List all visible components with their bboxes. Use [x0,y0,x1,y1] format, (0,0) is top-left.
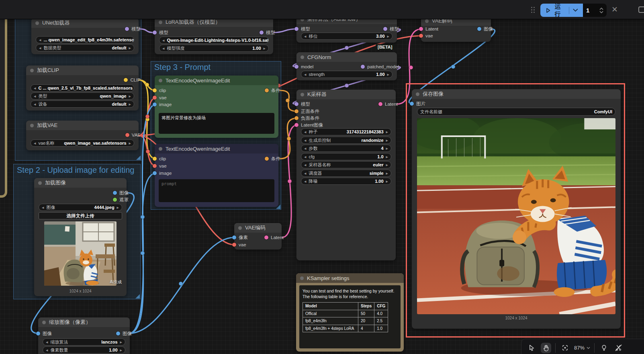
node-text-encode-positive[interactable]: TextEncodeQwenImageEdit clip vae image 条… [155,76,278,138]
port-dot-image[interactable] [36,331,40,336]
output-image-preview[interactable] [417,118,615,314]
fit-view-button[interactable] [560,343,570,353]
output-latent[interactable]: Latent [378,101,398,107]
group-resize-handle[interactable] [136,156,141,160]
node-ksampler-settings-note[interactable]: KSampler settings You can test and find … [296,273,404,352]
collapse-dot-icon[interactable] [238,226,242,230]
input-model[interactable]: model [294,63,313,70]
port-dot-clip[interactable] [124,78,128,82]
input-images[interactable]: 图片 [410,100,425,107]
close-icon[interactable]: ✕ [610,5,619,14]
port-dot-model[interactable] [153,31,157,35]
node-header[interactable]: UNet加载器 [31,18,139,28]
input-model[interactable]: 模型 [294,26,310,32]
input-clip[interactable]: clip [153,87,166,94]
zoom-level-dropdown[interactable]: 87% [574,345,590,351]
node-header[interactable]: TextEncodeQwenImageEdit [155,76,278,85]
port-dot-image[interactable] [477,27,481,31]
combo-left-icon[interactable]: ◀ [46,349,48,352]
combo-right-icon[interactable]: ▶ [387,35,389,38]
input-clip[interactable]: clip [153,156,166,162]
collapse-dot-icon[interactable] [35,21,39,25]
node-header[interactable]: VAE编码 [234,223,282,233]
node-scale-image[interactable]: 缩放图像（像素） 图像 图像 ◀ 缩放算法 lanczos ▶ ◀ 像素数量 1… [38,317,130,354]
combo-left-icon[interactable]: ◀ [34,95,36,98]
input-vae[interactable]: vae [153,163,167,169]
input-vae[interactable]: vae [232,241,246,248]
combo-right-icon[interactable]: ▶ [386,131,388,133]
port-dot-clip[interactable] [153,88,157,92]
node-vae-decode[interactable]: VAE解码 Latent vae 图像 [421,16,491,42]
combo-right-icon[interactable]: ▶ [386,172,388,175]
collapse-dot-icon[interactable] [38,181,42,185]
port-dot-image[interactable] [113,191,117,195]
port-dot-image[interactable] [232,235,236,239]
group-step2-title[interactable]: Step 2 - Upload image for editing [14,164,140,176]
port-dot-model[interactable] [294,27,298,31]
port-dot-clip[interactable] [153,157,157,161]
widget-weight-dtype[interactable]: ◀ 数据类型 default ▶ [36,44,134,51]
node-load-image[interactable]: 加载图像 图像 遮罩 ◀ 图像 4444.jpeg ▶ 选择文件上传 [34,178,127,296]
node-header[interactable]: K采样器 [296,90,396,99]
combo-right-icon[interactable]: ▶ [386,147,388,150]
widget-upscale-method[interactable]: ◀ 缩放算法 lanczos ▶ [43,338,125,346]
output-conditioning[interactable]: 条件 [265,87,280,94]
collapse-dot-icon[interactable] [416,92,419,96]
port-dot-latent[interactable] [294,123,298,127]
combo-left-icon[interactable]: ◀ [34,87,36,90]
output-mask[interactable]: 遮罩 [113,196,129,203]
combo-left-icon[interactable]: ◀ [34,142,36,145]
combo-left-icon[interactable]: ◀ [304,156,306,158]
collapse-dot-icon[interactable] [30,69,34,72]
port-dot-conditioning[interactable] [265,88,269,92]
widget-shift[interactable]: ◀ 移位 3.00 ▶ [301,33,393,40]
output-model[interactable]: 模型 [383,26,399,32]
collapse-dot-icon[interactable] [30,124,34,127]
widget-unet-name[interactable]: ◀ ... qwen_image_edit_fp8_e4m3fn.safeten… [36,36,134,43]
input-model[interactable]: 模型 [153,29,168,36]
output-model[interactable]: 模型 [125,26,141,32]
widget-vae-name[interactable]: ◀ vae名称 qwen_image_vae.safetensors ▶ [31,139,134,147]
node-header[interactable]: KSampler settings [296,273,404,283]
combo-left-icon[interactable]: ◀ [304,35,306,38]
widget-seed[interactable]: ◀ 种子 317431221842383 ▶ [301,128,391,135]
input-image[interactable]: image [153,101,172,108]
widget-clip-name[interactable]: ◀ C ... qwen_2.5_vl_7b_fp8_scaled.safete… [31,84,134,92]
node-vae-encode[interactable]: VAE编码 像素 vae Latent [234,223,282,250]
collapse-dot-icon[interactable] [159,79,162,82]
widget-lora-name[interactable]: ◀ Qwen-Image-Edit-Lightning-4steps-V1.0-… [159,37,269,44]
combo-left-icon[interactable]: ◀ [46,341,48,344]
node-header[interactable]: CFGNorm [296,52,397,62]
port-dot-latent[interactable] [264,235,268,239]
toggle-theme-button[interactable] [599,343,609,353]
combo-left-icon[interactable]: ◀ [39,39,41,41]
port-dot-vae[interactable] [232,243,236,247]
toggle-link-visibility-button[interactable] [613,343,624,353]
node-vae-loader[interactable]: 加载VAE VAE ◀ vae名称 qwen_image_vae.safeten… [26,121,139,150]
output-latent[interactable]: Latent [264,234,284,241]
output-patched-model[interactable]: patched_model [361,63,399,70]
port-dot-image[interactable] [153,171,157,175]
combo-left-icon[interactable]: ◀ [34,103,36,106]
widget-denoise[interactable]: ◀ 降噪 1.00 ▶ [301,178,391,185]
combo-right-icon[interactable]: ▶ [129,95,131,98]
input-pixels[interactable]: 像素 [232,234,248,241]
input-vae[interactable]: vae [153,94,167,101]
panel-toggle-icon[interactable] [638,6,644,13]
output-conditioning[interactable]: 条件 [265,156,280,162]
node-header[interactable]: TextEncodeQwenImageEdit [155,144,278,153]
node-unet-loader[interactable]: UNet加载器 模型 ◀ ... qwen_image_edit_fp8_e4m… [31,18,139,54]
port-dot-model[interactable] [383,27,387,31]
choose-file-upload-button[interactable]: 选择文件上传 [39,212,122,219]
combo-left-icon[interactable]: ◀ [162,47,164,50]
node-header[interactable]: 缩放图像（像素） [38,317,130,327]
widget-filename-prefix[interactable]: 文件名前缀 ComfyUI [417,108,615,116]
output-vae[interactable]: VAE [125,132,141,138]
port-dot-vae[interactable] [419,34,423,38]
combo-right-icon[interactable]: ▶ [129,142,131,145]
output-image[interactable]: 图像 [113,190,129,196]
prompt-textarea[interactable]: prompt [159,179,274,202]
widget-clip-type[interactable]: ◀ 类型 qwen_image ▶ [31,92,134,100]
collapse-dot-icon[interactable] [42,321,46,324]
prompt-textarea[interactable]: 将图片背景修改为操场 [159,113,274,134]
